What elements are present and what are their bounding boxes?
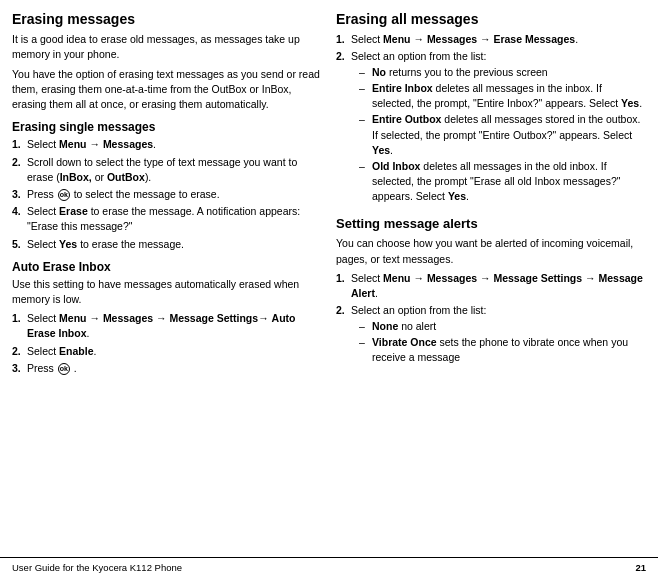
left-column: Erasing messages It is a good idea to er…	[12, 10, 320, 549]
auto-erase-intro: Use this setting to have messages automa…	[12, 277, 320, 307]
page-footer: User Guide for the Kyocera K112 Phone 21	[0, 557, 658, 577]
bullet-item: – Entire Outbox deletes all messages sto…	[359, 112, 644, 158]
list-item: 2. Select an option from the list: – Non…	[336, 303, 644, 366]
setting-alerts-bullets: – None no alert – Vibrate Once sets the …	[359, 319, 644, 366]
list-item: 1. Select Menu → Messages → Erase Messag…	[336, 32, 644, 47]
erasing-messages-title: Erasing messages	[12, 10, 320, 28]
bullet-item: – Vibrate Once sets the phone to vibrate…	[359, 335, 644, 365]
erasing-all-bullets: – No returns you to the previous screen …	[359, 65, 644, 205]
erasing-single-list: 1. Select Menu → Messages. 2. Scroll dow…	[12, 137, 320, 252]
ok-icon: ok	[58, 189, 70, 201]
bullet-item: – Old Inbox deletes all messages in the …	[359, 159, 644, 205]
auto-erase-title: Auto Erase Inbox	[12, 260, 320, 274]
list-item: 2. Select Enable.	[12, 344, 320, 359]
list-item: 3. Press ok to select the message to era…	[12, 187, 320, 202]
content-area: Erasing messages It is a good idea to er…	[0, 0, 658, 549]
footer-left-text: User Guide for the Kyocera K112 Phone	[12, 562, 182, 573]
setting-alerts-list: 1. Select Menu → Messages → Message Sett…	[336, 271, 644, 366]
erasing-all-title: Erasing all messages	[336, 10, 644, 28]
list-item: 3. Press ok .	[12, 361, 320, 376]
list-item: 1. Select Menu → Messages.	[12, 137, 320, 152]
page-container: Erasing messages It is a good idea to er…	[0, 0, 658, 577]
erasing-single-title: Erasing single messages	[12, 120, 320, 134]
list-item: 2. Scroll down to select the type of tex…	[12, 155, 320, 185]
erasing-intro-1: It is a good idea to erase old messages,…	[12, 32, 320, 62]
right-column: Erasing all messages 1. Select Menu → Me…	[336, 10, 644, 549]
list-item: 1. Select Menu → Messages → Message Sett…	[12, 311, 320, 341]
list-item: 2. Select an option from the list: – No …	[336, 49, 644, 205]
footer-page-number: 21	[635, 562, 646, 573]
auto-erase-list: 1. Select Menu → Messages → Message Sett…	[12, 311, 320, 376]
erasing-intro-2: You have the option of erasing text mess…	[12, 67, 320, 113]
list-item: 4. Select Erase to erase the message. A …	[12, 204, 320, 234]
erasing-all-list: 1. Select Menu → Messages → Erase Messag…	[336, 32, 644, 205]
setting-alerts-title: Setting message alerts	[336, 216, 644, 233]
bullet-item: – No returns you to the previous screen	[359, 65, 644, 80]
bullet-item: – None no alert	[359, 319, 644, 334]
ok-icon: ok	[58, 363, 70, 375]
list-item: 1. Select Menu → Messages → Message Sett…	[336, 271, 644, 301]
bullet-item: – Entire Inbox deletes all messages in t…	[359, 81, 644, 111]
setting-alerts-intro: You can choose how you want be alerted o…	[336, 236, 644, 266]
list-item: 5. Select Yes to erase the message.	[12, 237, 320, 252]
